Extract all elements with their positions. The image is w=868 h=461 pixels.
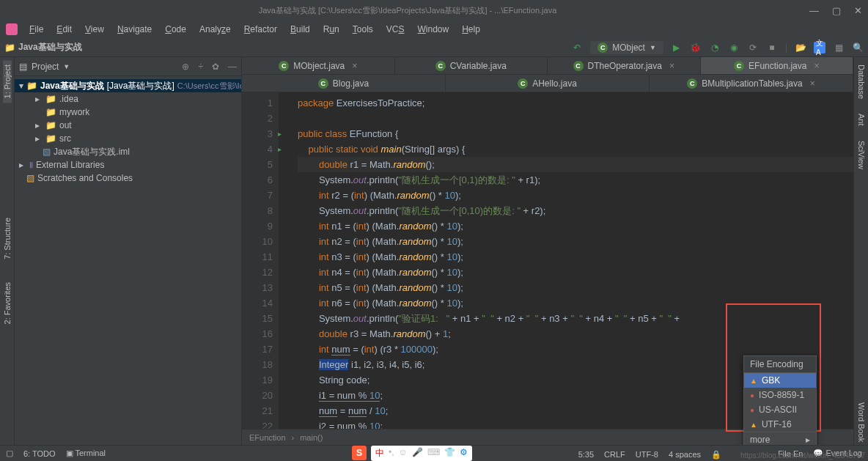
hide-panel-button[interactable]: —: [228, 62, 237, 72]
status-line-separator[interactable]: CRLF: [604, 450, 625, 460]
undo-arrow-icon[interactable]: ↶: [571, 42, 583, 54]
tree-root[interactable]: ▾ 📁 Java基础与实战 [Java基础与实战] C:\Users\cc雪影\…: [15, 79, 241, 92]
tool-sciview[interactable]: SciView: [857, 138, 866, 172]
maximize-button[interactable]: ▢: [832, 5, 841, 16]
profile-button[interactable]: ◉: [728, 42, 740, 54]
sogou-icon[interactable]: S: [352, 446, 367, 460]
tool-project[interactable]: 1: Project: [3, 60, 12, 103]
right-tool-strip: Database Ant SciView Word Book: [853, 57, 868, 445]
tool-wordbook[interactable]: Word Book: [857, 399, 866, 445]
popup-title: File Encoding: [744, 356, 816, 373]
menu-view[interactable]: View: [79, 23, 110, 36]
tab-mobject[interactable]: CMObject.java×: [242, 57, 395, 74]
run-button[interactable]: ▶: [671, 42, 683, 54]
tool-favorites[interactable]: 2: Favorites: [3, 278, 12, 328]
search-icon[interactable]: 🔍: [852, 42, 864, 54]
ime-settings[interactable]: ⚙: [460, 447, 468, 460]
lock-icon[interactable]: 🔒: [711, 450, 721, 460]
menu-build[interactable]: Build: [284, 23, 316, 36]
status-indent[interactable]: 4 spaces: [669, 450, 701, 460]
editor-tabs: CMObject.java× CCVariable.java CDTheOper…: [242, 57, 853, 92]
encoding-option-iso[interactable]: ●ISO-8859-1: [744, 388, 816, 402]
close-button[interactable]: ✕: [854, 5, 862, 16]
menu-file[interactable]: File: [23, 23, 49, 36]
ime-person[interactable]: 👕: [444, 447, 455, 460]
menu-vcs[interactable]: VCS: [380, 23, 411, 36]
status-extras: 5:35 CRLF UTF-8 4 spaces 🔒: [578, 450, 721, 460]
ime-punct[interactable]: •,: [389, 447, 394, 460]
chevron-right-icon: ›: [292, 433, 295, 442]
tab-blog[interactable]: CBlog.java: [242, 75, 446, 92]
tool-ant[interactable]: Ant: [857, 111, 866, 129]
target-icon[interactable]: ⊕: [182, 62, 189, 72]
ime-emoji[interactable]: ☺: [399, 447, 408, 460]
collapse-icon[interactable]: ÷: [198, 62, 203, 72]
translate-button[interactable]: 文A: [814, 42, 825, 54]
tab-cvariable[interactable]: CCVariable.java: [395, 57, 548, 74]
square-icon[interactable]: ▢: [6, 449, 13, 458]
tool-database[interactable]: Database: [857, 62, 866, 102]
ime-mic[interactable]: 🎤: [412, 447, 423, 460]
crumb-class[interactable]: EFunction: [249, 433, 286, 442]
menu-tools[interactable]: Tools: [347, 23, 379, 36]
close-icon[interactable]: ×: [352, 61, 357, 71]
gear-icon[interactable]: ✿: [212, 62, 219, 72]
class-icon: C: [597, 43, 608, 53]
menu-window[interactable]: Window: [411, 23, 455, 36]
tab-bmult[interactable]: CBMultiplicationTables.java×: [650, 75, 853, 92]
chevron-down-icon: ▼: [650, 44, 656, 51]
run-config-dropdown[interactable]: C MObject ▼: [590, 41, 663, 54]
crumb-method[interactable]: main(): [300, 433, 323, 442]
project-panel: ▤ Project ▼ ⊕ ÷ ✿ — ▾ 📁 Java基础与实战 [Java基…: [15, 57, 242, 445]
project-tree: ▾ 📁 Java基础与实战 [Java基础与实战] C:\Users\cc雪影\…: [15, 76, 241, 188]
close-icon[interactable]: ×: [669, 61, 674, 71]
tree-scratches[interactable]: ▧ Scratches and Consoles: [15, 172, 241, 185]
app-icon: [6, 23, 18, 35]
menu-analyze[interactable]: Analyze: [194, 23, 237, 36]
ime-cn[interactable]: 中: [375, 447, 384, 460]
tree-root-label: Java基础与实战: [40, 80, 104, 92]
tree-item-iml[interactable]: ▧ Java基础与实践.iml: [15, 145, 241, 158]
ime-keyboard[interactable]: ⌨: [427, 447, 440, 460]
menu-code[interactable]: Code: [159, 23, 192, 36]
chevron-down-icon[interactable]: ▼: [63, 63, 70, 70]
menu-help[interactable]: Help: [456, 23, 486, 36]
ime-taskbar: S 中 •, ☺ 🎤 ⌨ 👕 ⚙: [352, 445, 472, 461]
tab-ahello[interactable]: CAHello.java: [446, 75, 650, 92]
close-icon[interactable]: ×: [814, 61, 819, 71]
status-encoding[interactable]: UTF-8: [636, 450, 658, 460]
git-button[interactable]: 📂: [795, 42, 806, 54]
tree-item-out[interactable]: ▸📁 out: [15, 119, 241, 132]
tab-dtheoperator[interactable]: CDTheOperator.java×: [548, 57, 701, 74]
folder-icon: 📁: [4, 43, 15, 53]
breadcrumb: 📁 Java基础与实战: [4, 41, 82, 54]
encoding-option-utf16[interactable]: ▲UTF-16: [744, 417, 816, 432]
encoding-option-gbk[interactable]: ▲GBK: [744, 373, 816, 388]
status-todo[interactable]: 6: TODO: [23, 449, 56, 458]
gutter: 1234 56789 1011121314 1516171819 202122: [242, 92, 279, 429]
tree-item-idea[interactable]: ▸📁 .idea: [15, 92, 241, 106]
status-position[interactable]: 5:35: [578, 450, 594, 460]
minimize-button[interactable]: —: [809, 5, 819, 16]
grid-icon[interactable]: ▦: [833, 42, 845, 54]
encoding-option-ascii[interactable]: ●US-ASCII: [744, 402, 816, 417]
status-terminal[interactable]: ▣ Terminal: [66, 449, 106, 458]
menu-navigate[interactable]: Navigate: [111, 23, 158, 36]
menu-refactor[interactable]: Refactor: [238, 23, 283, 36]
menu-edit[interactable]: Edit: [51, 23, 78, 36]
tab-efunction[interactable]: CEFunction.java×: [701, 57, 854, 74]
breadcrumb-root[interactable]: Java基础与实战: [18, 41, 82, 54]
tree-item-src[interactable]: ▸📁 src: [15, 132, 241, 145]
menu-run[interactable]: Run: [317, 23, 345, 36]
tool-structure[interactable]: 7: Structure: [3, 213, 12, 264]
watermark-url: https://blog.csdn.net/weixin_45843707: [740, 451, 865, 460]
tree-item-mywork[interactable]: 📁 mywork: [15, 106, 241, 119]
tree-external[interactable]: ▸⫴ External Libraries: [15, 158, 241, 172]
close-icon[interactable]: ×: [810, 78, 815, 89]
titlebar: Java基础与实战 [C:\Users\cc雪影\IdeaProjects\Ja…: [0, 0, 868, 21]
project-panel-title[interactable]: Project: [32, 62, 59, 72]
coverage-button[interactable]: ◔: [709, 42, 721, 54]
attach-button[interactable]: ⟳: [747, 42, 759, 54]
debug-button[interactable]: 🐞: [690, 42, 702, 54]
stop-button[interactable]: ■: [766, 42, 778, 54]
